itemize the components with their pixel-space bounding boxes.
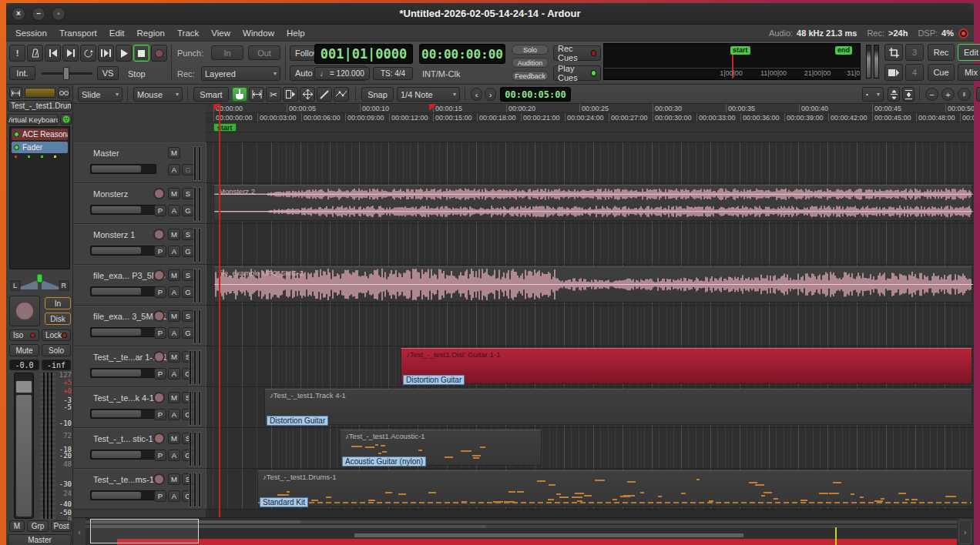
- track-header[interactable]: Monsterz M S P A G: [73, 183, 206, 224]
- automation-button[interactable]: A: [168, 246, 180, 257]
- marker-visibility-dropdown[interactable]: •▾: [862, 87, 884, 102]
- automation-button[interactable]: A: [168, 286, 180, 298]
- mute-button[interactable]: M: [168, 229, 180, 240]
- mute-button[interactable]: M: [168, 269, 180, 281]
- mute-button[interactable]: Mute: [9, 344, 39, 356]
- midi-note[interactable]: [860, 497, 864, 498]
- mute-button[interactable]: M: [168, 433, 180, 444]
- play-cues-button[interactable]: Play Cues: [553, 65, 601, 81]
- sync-source-button[interactable]: Int.: [9, 66, 35, 80]
- shuttle-handle[interactable]: [63, 67, 69, 80]
- midi-note[interactable]: [381, 445, 385, 446]
- midi-note[interactable]: [755, 484, 764, 486]
- play-button[interactable]: [116, 45, 132, 62]
- automation-button[interactable]: A: [168, 368, 180, 379]
- mute-button[interactable]: M: [168, 473, 180, 485]
- midi-note[interactable]: [428, 492, 436, 493]
- cut-tool-button[interactable]: ✂: [266, 87, 281, 102]
- midi-note[interactable]: [595, 480, 605, 481]
- midi-note[interactable]: [480, 446, 485, 448]
- stretch-tool-button[interactable]: [283, 87, 298, 102]
- playlist-button[interactable]: P: [154, 246, 166, 257]
- group-button[interactable]: Grp: [27, 520, 49, 532]
- track-gain-slider[interactable]: [90, 368, 156, 378]
- rec-cues-button[interactable]: Rec Cues: [553, 45, 601, 61]
- feedback-indicator[interactable]: Feedback: [512, 71, 549, 81]
- output-button[interactable]: Master: [8, 534, 72, 545]
- midi-note[interactable]: [584, 495, 592, 497]
- menu-item-session[interactable]: Session: [9, 28, 53, 38]
- midi-note[interactable]: [575, 493, 584, 494]
- record-arm-button[interactable]: [153, 269, 165, 281]
- midi-note[interactable]: [378, 453, 381, 454]
- midi-input-button[interactable]: [60, 114, 72, 125]
- editor-meterbridge-button[interactable]: [884, 44, 903, 61]
- record-button[interactable]: [151, 45, 167, 62]
- processor-active-led[interactable]: [14, 145, 19, 150]
- midi-region[interactable]: ♪Test_-_test1.Drums-1 Standard Kit: [257, 470, 972, 507]
- midi-region[interactable]: ♪Test_-_test1.Dist' Guitar 1-1 Distortio…: [401, 348, 972, 384]
- primary-clock[interactable]: 001|01|0000: [314, 44, 413, 64]
- automation-button[interactable]: A: [168, 490, 180, 502]
- playlist-button[interactable]: P: [154, 205, 166, 216]
- midi-note[interactable]: [640, 492, 644, 493]
- play-range-button[interactable]: [98, 45, 114, 62]
- timecode-ruler[interactable]: 00:00:00:0000:00:03:0000:00:06:0000:00:0…: [206, 113, 974, 122]
- mute-button[interactable]: M: [168, 147, 180, 159]
- midi-note[interactable]: [696, 479, 700, 480]
- record-arm-button[interactable]: [153, 433, 165, 444]
- midi-note[interactable]: [461, 450, 472, 452]
- nudge-back-button[interactable]: ‹: [471, 88, 482, 101]
- midi-note[interactable]: [277, 494, 289, 496]
- midi-note[interactable]: [375, 444, 378, 446]
- processor-box[interactable]: ACE Reasonable S Fader: [9, 126, 70, 269]
- edit-point-clock[interactable]: 00:00:05:00: [500, 87, 571, 102]
- midi-note[interactable]: [556, 493, 561, 495]
- midi-note[interactable]: [326, 497, 331, 498]
- track-name[interactable]: Master: [93, 149, 119, 158]
- expand-tracks-button[interactable]: [888, 87, 900, 102]
- midi-note[interactable]: [800, 500, 807, 501]
- midi-region[interactable]: ♪Test_-_test1.Track 4-1 Distortion Guita…: [264, 389, 972, 425]
- track-header[interactable]: Test_-_te...ar 1-1-t1 M S P A G: [73, 346, 206, 387]
- playlist-button[interactable]: P: [154, 327, 166, 339]
- track-gain-slider[interactable]: [90, 286, 156, 296]
- midi-note[interactable]: [548, 499, 554, 500]
- mute-button[interactable]: M: [168, 392, 180, 403]
- summary-scroll-right[interactable]: ›: [958, 520, 972, 544]
- zoom-to-session-button[interactable]: ‖: [958, 88, 971, 101]
- width-toggle-button[interactable]: [9, 87, 22, 99]
- varispeed-button[interactable]: VS: [97, 66, 119, 80]
- menu-item-window[interactable]: Window: [237, 28, 280, 38]
- punch-in-button[interactable]: In: [211, 45, 243, 60]
- track-gain-slider[interactable]: [90, 450, 156, 460]
- group-button[interactable]: G: [182, 164, 194, 176]
- midi-note[interactable]: [761, 495, 765, 497]
- mute-button[interactable]: M: [168, 188, 180, 199]
- strip-track-name[interactable]: Test_-_test1.Drums-,...: [8, 100, 72, 112]
- pane3-button[interactable]: 3: [905, 44, 924, 61]
- midi-note[interactable]: [311, 500, 318, 501]
- automation-button[interactable]: A: [168, 205, 180, 216]
- input-monitor-button[interactable]: In: [45, 297, 71, 309]
- track-lane[interactable]: Monsterz.2: [206, 183, 974, 224]
- loop-button[interactable]: [80, 45, 96, 62]
- midi-note[interactable]: [681, 493, 686, 494]
- solo-button[interactable]: S: [182, 188, 194, 199]
- cue-mode-button[interactable]: Cue: [928, 64, 955, 81]
- midi-note[interactable]: [549, 484, 555, 486]
- patch-badge[interactable]: Standard Kit: [260, 497, 308, 507]
- menu-item-help[interactable]: Help: [280, 28, 311, 38]
- fader-handle[interactable]: [15, 380, 32, 393]
- summary-view-rect[interactable]: [90, 519, 199, 543]
- record-arm-button[interactable]: [153, 351, 165, 363]
- playlist-button[interactable]: P: [154, 286, 166, 298]
- virtual-keyboard-button[interactable]: Virtual Keyboard: [8, 114, 59, 125]
- meter-point-button[interactable]: M: [9, 520, 25, 532]
- goto-end-button[interactable]: [62, 45, 79, 62]
- track-lane[interactable]: [206, 142, 974, 183]
- titlebar[interactable]: × – ▫ *Untitled-2026-02-05-14-24-14 - Ar…: [6, 3, 974, 25]
- menu-item-transport[interactable]: Transport: [53, 28, 103, 38]
- midi-note[interactable]: [418, 450, 422, 451]
- processor-active-led[interactable]: [14, 132, 19, 137]
